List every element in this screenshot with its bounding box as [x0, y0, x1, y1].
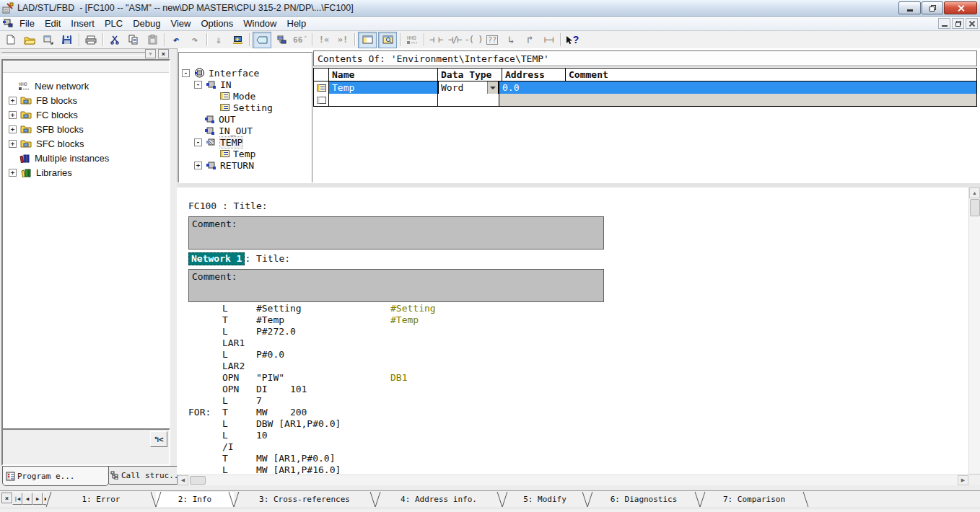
data-type-combobox[interactable]: Word [438, 81, 499, 94]
menu-window[interactable]: Window [238, 17, 281, 30]
tab-cross-references[interactable]: 3: Cross-references [234, 492, 375, 507]
expander-icon[interactable]: + [9, 97, 17, 105]
mdi-minimize-button[interactable] [938, 18, 950, 29]
tab-program-elements[interactable]: Program e... [2, 466, 109, 486]
gripper[interactable] [1, 52, 152, 56]
print-button[interactable] [82, 32, 100, 48]
restore-button[interactable] [922, 1, 943, 14]
first-tab-icon[interactable]: |◀ [12, 493, 22, 505]
monitor-glasses-button[interactable]: 66´ [292, 32, 309, 48]
menu-edit[interactable]: Edit [40, 17, 66, 30]
iface-item-temp-var[interactable]: Temp [179, 148, 312, 159]
tab-modify[interactable]: 5: Modify [502, 492, 587, 507]
code-line[interactable]: OPN DI 101 [177, 384, 968, 395]
mdi-restore-button[interactable] [952, 18, 964, 29]
menu-debug[interactable]: Debug [128, 17, 165, 30]
next-error-button[interactable]: »! [334, 32, 351, 48]
sidebar-item-sfb-blocks[interactable]: + SFB blocks [3, 122, 169, 136]
table-row-empty[interactable] [314, 94, 976, 106]
code-line[interactable]: L 7 [177, 395, 968, 407]
help-select-button[interactable]: ? [564, 32, 581, 48]
close-button[interactable] [944, 1, 977, 14]
sidebar-item-sfc-blocks[interactable]: + SFC blocks [3, 136, 169, 151]
menu-view[interactable]: View [165, 17, 196, 30]
open-branch-button[interactable]: ↳ [502, 32, 520, 48]
new-button[interactable] [2, 32, 19, 48]
code-line[interactable]: /I [177, 441, 968, 453]
empty-box-button[interactable]: ?? [484, 32, 501, 48]
cell-name[interactable]: Temp [329, 81, 438, 94]
next-tab-icon[interactable]: ▶ [32, 493, 43, 505]
connection-button[interactable] [273, 32, 290, 48]
tab-diagnostics[interactable]: 6: Diagnostics [587, 492, 700, 507]
cut-button[interactable] [106, 32, 123, 48]
horizontal-scrollbar[interactable]: ◀ ▶ [178, 475, 968, 485]
copy-button[interactable] [125, 32, 142, 48]
redo-button[interactable]: ↷ [186, 32, 204, 48]
tab-info[interactable]: 2: Info [156, 492, 234, 507]
open-button[interactable] [21, 32, 38, 48]
code-line[interactable]: FOR: T MW 200 [177, 407, 968, 418]
tab-call-structure[interactable]: Call struc... [107, 466, 186, 485]
expander-icon[interactable]: + [194, 162, 202, 169]
iface-item-in[interactable]: - IN [179, 79, 312, 90]
jump-back-button[interactable]: ↰< [150, 431, 167, 447]
prev-error-button[interactable]: !« [315, 32, 333, 48]
menu-options[interactable]: Options [196, 17, 238, 30]
sidebar-item-multiple-instances[interactable]: Multiple instances [3, 151, 169, 165]
chevron-down-icon[interactable] [487, 81, 498, 94]
code-line[interactable]: L DBW [AR1,P#0.0] [177, 418, 968, 430]
minimize-button[interactable] [898, 1, 921, 14]
iface-item-in-out[interactable]: IN_OUT [179, 125, 312, 136]
message-bar-close-button[interactable]: × [1, 493, 12, 503]
horizontal-scroll-thumb[interactable] [190, 476, 206, 485]
network-comment-box[interactable]: Comment: [188, 269, 604, 302]
code-line[interactable]: L 10 [177, 430, 968, 441]
menu-help[interactable]: Help [282, 17, 312, 30]
sidebar-item-fc-blocks[interactable]: + FC blocks [3, 107, 169, 122]
sidebar-item-fb-blocks[interactable]: + FB blocks [3, 93, 169, 107]
expander-icon[interactable]: - [194, 138, 202, 146]
iface-item-setting[interactable]: Setting [179, 102, 312, 113]
cell-address[interactable]: 0.0 [499, 81, 562, 94]
mdi-child-icon[interactable] [3, 18, 14, 30]
iface-item-mode[interactable]: Mode [179, 90, 312, 102]
menu-file[interactable]: File [14, 17, 40, 30]
expander-icon[interactable]: + [9, 111, 17, 119]
vertical-scroll-thumb[interactable] [970, 199, 980, 216]
coil-button[interactable]: -( ) [465, 32, 482, 48]
menu-insert[interactable]: Insert [66, 17, 100, 30]
new-network-button[interactable]: HHO [403, 32, 421, 48]
stl-code-editor[interactable]: FC100 : Title: Comment: Network 1 : Titl… [177, 187, 968, 475]
expander-icon[interactable]: - [182, 69, 190, 77]
code-line[interactable]: LAR1 [177, 337, 968, 349]
iface-item-return[interactable]: + RETURN [179, 159, 312, 171]
overview-toggle-button[interactable] [253, 32, 271, 48]
block-comment-box[interactable]: Comment: [188, 216, 604, 250]
iface-item-out[interactable]: OUT [179, 113, 312, 125]
vertical-scrollbar[interactable]: ▲ ▼ [968, 187, 980, 485]
scroll-up-icon[interactable]: ▲ [969, 187, 980, 198]
undo-button[interactable]: ↶ [167, 32, 185, 48]
table-row[interactable]: Temp Word 0.0 [314, 81, 976, 94]
prev-tab-icon[interactable]: ◀ [22, 493, 32, 505]
overview-dropdown-button[interactable]: ▼ [145, 49, 156, 58]
overview-close-button[interactable]: × [158, 49, 169, 58]
expander-icon[interactable]: + [9, 140, 17, 148]
declaration-view-button[interactable] [358, 32, 377, 48]
save-button[interactable] [58, 32, 76, 48]
detail-view-button[interactable] [378, 32, 397, 48]
scroll-left-icon[interactable]: ◀ [178, 475, 188, 485]
code-line[interactable]: L P#272.0 [177, 326, 968, 337]
expander-icon[interactable]: - [194, 81, 202, 89]
tab-address-info[interactable]: 4: Address info. [375, 492, 502, 507]
contact-nc-button[interactable]: ⊣/⊢ [446, 32, 463, 48]
menu-plc[interactable]: PLC [100, 17, 128, 30]
sidebar-item-new-network[interactable]: HHO New network [3, 79, 169, 93]
code-line[interactable]: T #Temp#Temp [177, 314, 968, 326]
accessible-nodes-button[interactable] [229, 32, 246, 48]
code-line[interactable]: L MW [AR1,P#16.0] [177, 464, 968, 475]
code-line[interactable]: LAR2 [177, 361, 968, 372]
iface-item-interface[interactable]: - Interface [179, 67, 312, 79]
tab-error[interactable]: 1: Error [46, 492, 156, 507]
